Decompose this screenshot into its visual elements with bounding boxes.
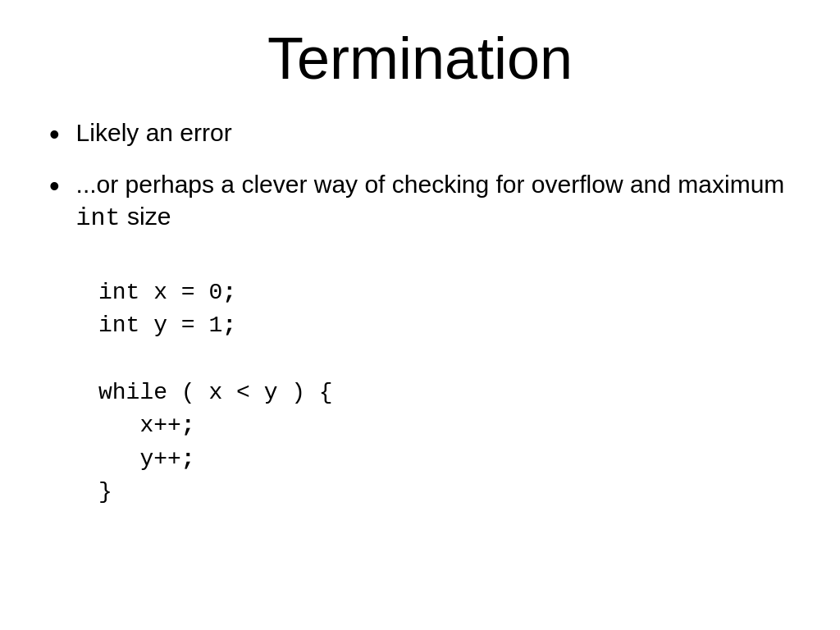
bullet-item-1: • Likely an error — [49, 116, 791, 152]
bullet-text-2-prefix: ...or perhaps a clever way of checking f… — [76, 171, 785, 198]
code-block: int x = 0; int y = 1; while ( x < y ) { … — [98, 243, 333, 542]
code-line-3 — [98, 346, 112, 372]
bullet-text-2: ...or perhaps a clever way of checking f… — [76, 168, 791, 235]
code-line-4: while ( x < y ) { — [98, 380, 333, 405]
bullet-dot-2: • — [49, 168, 60, 203]
code-line-7: } — [98, 479, 112, 504]
slide: Termination • Likely an error • ...or pe… — [0, 0, 840, 630]
code-line-5: x++; — [98, 413, 195, 438]
slide-title: Termination — [49, 25, 791, 92]
bullet-item-2: • ...or perhaps a clever way of checking… — [49, 168, 791, 542]
bullet-list: • Likely an error • ...or perhaps a clev… — [49, 116, 791, 559]
code-line-2: int y = 1; — [98, 313, 236, 338]
bullet-text-2-suffix: size — [121, 203, 171, 230]
bullet-dot-1: • — [49, 116, 60, 152]
inline-code-int: int — [76, 204, 121, 232]
code-line-1: int x = 0; — [98, 280, 236, 305]
bullet-text-1: Likely an error — [76, 116, 791, 148]
code-line-6: y++; — [98, 446, 195, 472]
